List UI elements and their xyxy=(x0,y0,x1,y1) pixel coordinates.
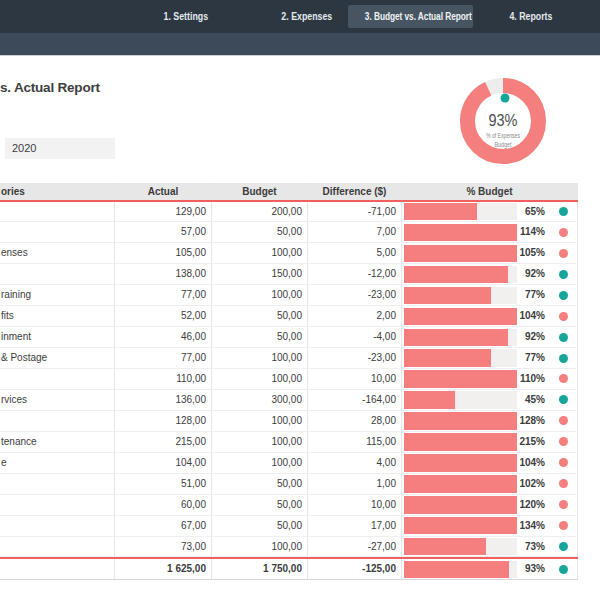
tab-3[interactable]: 3. Budget vs. Actual Report xyxy=(348,5,473,28)
pct-budget-cell: 65% xyxy=(402,202,578,222)
pct-label: 104% xyxy=(517,453,545,473)
total-row: 1 625,001 750,00-125,0093% xyxy=(0,559,578,580)
budget-cell: 300,00 xyxy=(212,390,308,410)
category-cell: raining xyxy=(0,285,115,305)
category-cell: fits xyxy=(0,306,115,326)
pct-budget-cell: 77% xyxy=(402,285,578,305)
budget-bar-track xyxy=(404,329,517,347)
category-cell xyxy=(0,264,115,284)
pct-label: 134% xyxy=(517,516,545,536)
difference-cell: 10,00 xyxy=(308,495,402,515)
budget-bar xyxy=(404,370,517,388)
top-nav: 1. Settings2. Expenses3. Budget vs. Actu… xyxy=(0,0,600,33)
tab-4[interactable]: 4. Reports xyxy=(495,0,567,33)
status-dot-wrap xyxy=(545,432,577,452)
actual-cell: 77,00 xyxy=(115,348,212,368)
actual-cell: 1 625,00 xyxy=(115,559,212,579)
tab-2[interactable]: 2. Expenses xyxy=(271,0,343,33)
status-dot xyxy=(559,416,568,425)
category-cell xyxy=(0,559,115,579)
header-pct-budget: % Budget xyxy=(402,183,578,200)
pct-budget-cell: 73% xyxy=(402,537,578,557)
difference-cell: -12,00 xyxy=(308,264,402,284)
difference-cell: 1,00 xyxy=(308,474,402,494)
pct-label: 77% xyxy=(517,285,545,305)
tab-label: 1. Settings xyxy=(164,0,209,33)
budget-bar xyxy=(404,412,517,430)
tab-label: 4. Reports xyxy=(509,0,552,33)
budget-bar-track xyxy=(404,496,517,514)
category-cell xyxy=(0,495,115,515)
category-cell: & Postage xyxy=(0,348,115,368)
pct-label: 120% xyxy=(517,495,545,515)
year-value: 2020 xyxy=(5,138,115,159)
status-dot xyxy=(559,249,568,258)
table-header: ories Actual Budget Difference ($) % Bud… xyxy=(0,183,578,202)
difference-cell: 10,00 xyxy=(308,369,402,389)
actual-cell: 60,00 xyxy=(115,495,212,515)
status-dot xyxy=(559,479,568,488)
table-row: 128,00100,0028,00128% xyxy=(0,411,578,432)
budget-cell: 200,00 xyxy=(212,202,308,222)
budget-cell: 100,00 xyxy=(212,432,308,452)
year-select[interactable]: 2020 xyxy=(5,138,115,159)
status-dot xyxy=(559,333,568,342)
budget-bar-track xyxy=(404,203,517,221)
header-categories: ories xyxy=(0,183,115,200)
header-difference: Difference ($) xyxy=(308,183,402,200)
budget-cell: 50,00 xyxy=(212,306,308,326)
pct-label: 114% xyxy=(517,222,545,242)
table-row: & Postage77,00100,00-23,0077% xyxy=(0,348,578,369)
table-row: 51,0050,001,00102% xyxy=(0,474,578,495)
header-actual: Actual xyxy=(115,183,212,200)
budget-bar xyxy=(404,475,517,493)
status-dot-wrap xyxy=(545,202,577,222)
donut-caption-line1: % of Expenses xyxy=(486,132,520,140)
difference-cell: -27,00 xyxy=(308,537,402,557)
status-dot xyxy=(559,565,568,574)
budget-bar-track xyxy=(404,349,517,367)
budget-cell: 100,00 xyxy=(212,537,308,557)
status-dot xyxy=(559,228,568,237)
budget-bar-track xyxy=(404,454,517,472)
status-dot-wrap xyxy=(545,411,577,431)
budget-cell: 50,00 xyxy=(212,222,308,242)
budget-bar xyxy=(404,517,517,535)
budget-cell: 100,00 xyxy=(212,243,308,263)
table-row: fits52,0050,002,00104% xyxy=(0,306,578,327)
pct-label: 105% xyxy=(517,243,545,263)
table-row: 73,00100,00-27,0073% xyxy=(0,537,578,558)
status-dot-wrap xyxy=(545,453,577,473)
difference-cell: -4,00 xyxy=(308,327,402,347)
status-dot-wrap xyxy=(545,369,577,389)
actual-cell: 104,00 xyxy=(115,453,212,473)
category-cell: rvices xyxy=(0,390,115,410)
category-cell xyxy=(0,222,115,242)
pct-budget-cell: 92% xyxy=(402,327,578,347)
category-cell xyxy=(0,369,115,389)
table-row: 57,0050,007,00114% xyxy=(0,222,578,243)
budget-bar-track xyxy=(404,245,517,263)
difference-cell: -71,00 xyxy=(308,202,402,222)
budget-bar xyxy=(404,538,486,556)
status-dot xyxy=(559,395,568,404)
difference-cell: -164,00 xyxy=(308,390,402,410)
tab-1[interactable]: 1. Settings xyxy=(150,0,222,33)
actual-cell: 67,00 xyxy=(115,516,212,536)
difference-cell: -23,00 xyxy=(308,348,402,368)
status-dot xyxy=(559,312,568,321)
status-dot-wrap xyxy=(545,222,577,242)
header-budget: Budget xyxy=(212,183,308,200)
budget-bar-track xyxy=(404,266,517,284)
pct-budget-cell: 110% xyxy=(402,369,578,389)
pct-label: 73% xyxy=(517,537,545,557)
budget-bar xyxy=(404,391,455,409)
budget-bar xyxy=(404,287,491,305)
table-row: 60,0050,0010,00120% xyxy=(0,495,578,516)
difference-cell: 115,00 xyxy=(308,432,402,452)
budget-cell: 50,00 xyxy=(212,516,308,536)
actual-cell: 129,00 xyxy=(115,202,212,222)
difference-cell: 5,00 xyxy=(308,243,402,263)
status-dot-wrap xyxy=(545,243,577,263)
budget-bar-track xyxy=(404,224,517,242)
